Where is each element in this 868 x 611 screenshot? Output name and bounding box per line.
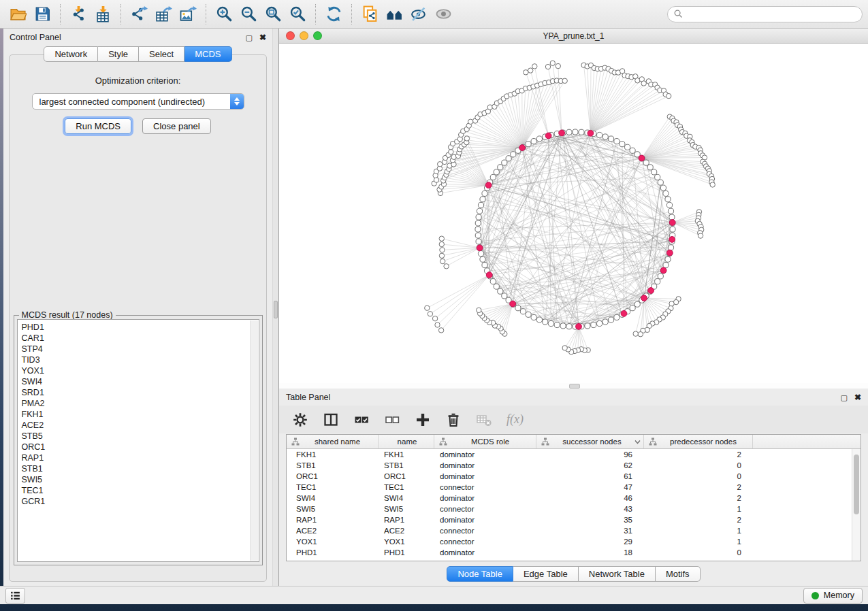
graph-node[interactable] xyxy=(560,323,566,329)
graph-node[interactable] xyxy=(643,160,649,165)
graph-node[interactable] xyxy=(482,263,487,268)
graph-node[interactable] xyxy=(614,314,620,320)
table-cell[interactable]: dominator xyxy=(434,548,536,557)
table-row[interactable]: SWI4SWI4dominator462 xyxy=(287,493,861,503)
graph-node[interactable] xyxy=(620,142,625,147)
settings-gear-icon[interactable] xyxy=(292,412,308,428)
export-image-icon[interactable] xyxy=(176,3,200,26)
graph-node[interactable] xyxy=(531,139,536,144)
table-cell[interactable]: 43 xyxy=(536,505,644,513)
table-cell[interactable]: dominator xyxy=(434,472,536,480)
graph-leaf-node[interactable] xyxy=(556,63,560,68)
table-cell[interactable]: connector xyxy=(434,527,536,535)
tab-motifs[interactable]: Motifs xyxy=(656,566,701,582)
graph-leaf-node[interactable] xyxy=(444,264,449,269)
table-cell[interactable]: SWI5 xyxy=(379,505,434,513)
result-list-item[interactable]: PMA2 xyxy=(22,398,259,409)
table-cell[interactable]: 2 xyxy=(644,516,753,524)
graph-node[interactable] xyxy=(602,134,608,139)
graph-hub-node[interactable] xyxy=(576,324,582,330)
table-cell[interactable]: 35 xyxy=(536,516,644,524)
graph-node[interactable] xyxy=(543,319,548,325)
table-cell[interactable]: 18 xyxy=(536,548,644,557)
graph-node[interactable] xyxy=(506,156,511,161)
graph-leaf-node[interactable] xyxy=(434,178,438,182)
graph-hub-node[interactable] xyxy=(588,130,594,136)
tab-edge-table[interactable]: Edge Table xyxy=(513,566,579,582)
tab-network[interactable]: Network xyxy=(44,46,98,62)
table-cell[interactable]: 31 xyxy=(536,527,644,535)
graph-leaf-node[interactable] xyxy=(435,323,440,327)
table-cell[interactable]: dominator xyxy=(434,461,536,469)
table-cell[interactable]: 0 xyxy=(644,472,753,480)
table-cell[interactable]: connector xyxy=(434,538,536,546)
graph-leaf-node[interactable] xyxy=(464,136,469,141)
save-session-icon[interactable] xyxy=(30,3,54,26)
graph-node[interactable] xyxy=(515,306,521,311)
table-cell[interactable]: FKH1 xyxy=(379,450,434,459)
table-cell[interactable]: 1 xyxy=(644,538,753,546)
scrollbar-thumb[interactable] xyxy=(854,455,859,514)
graph-leaf-node[interactable] xyxy=(562,346,567,350)
split-columns-icon[interactable] xyxy=(323,412,339,428)
table-cell[interactable]: ORC1 xyxy=(287,472,379,480)
graph-node[interactable] xyxy=(476,214,481,220)
graph-node[interactable] xyxy=(625,144,630,150)
graph-node[interactable] xyxy=(480,197,485,202)
export-network-icon[interactable] xyxy=(127,3,151,26)
table-row[interactable]: RAP1RAP1dominator352 xyxy=(287,514,861,525)
deselect-all-rows-icon[interactable] xyxy=(384,412,400,428)
table-cell[interactable]: 2 xyxy=(644,494,753,502)
graph-node[interactable] xyxy=(475,233,481,238)
graph-node[interactable] xyxy=(647,165,653,170)
graph-leaf-node[interactable] xyxy=(439,236,444,241)
table-cell[interactable]: 2 xyxy=(644,483,753,491)
table-row[interactable]: STB1STB1dominator620 xyxy=(287,460,861,471)
graph-node[interactable] xyxy=(669,214,675,220)
memory-button[interactable]: Memory xyxy=(803,588,863,604)
graph-hub-node[interactable] xyxy=(621,310,627,316)
table-cell[interactable]: 2 xyxy=(644,450,753,459)
graph-node[interactable] xyxy=(482,191,487,196)
horizontal-splitter[interactable] xyxy=(279,383,868,389)
graph-node[interactable] xyxy=(476,239,481,244)
column-header-name[interactable]: name xyxy=(379,435,434,448)
table-row[interactable]: ORC1ORC1dominator610 xyxy=(287,471,861,482)
export-table-icon[interactable] xyxy=(151,3,176,26)
graph-node[interactable] xyxy=(502,293,507,299)
close-panel-icon[interactable]: ✖ xyxy=(259,33,266,42)
graph-node[interactable] xyxy=(665,257,671,262)
graph-node[interactable] xyxy=(548,320,553,326)
graph-node[interactable] xyxy=(658,274,663,279)
vertical-splitter[interactable] xyxy=(272,29,279,586)
graph-node[interactable] xyxy=(536,317,542,323)
graph-hub-node[interactable] xyxy=(545,133,551,139)
table-cell[interactable]: 47 xyxy=(536,483,644,491)
import-network-icon[interactable] xyxy=(66,3,91,26)
graph-hub-node[interactable] xyxy=(485,182,492,188)
float-window-icon[interactable]: ▢ xyxy=(841,393,848,401)
tab-select[interactable]: Select xyxy=(139,46,184,62)
table-scrollbar[interactable] xyxy=(852,449,861,561)
table-cell[interactable]: STB1 xyxy=(379,461,434,469)
select-all-rows-icon[interactable] xyxy=(353,412,370,428)
graph-node[interactable] xyxy=(511,152,516,157)
network-canvas[interactable] xyxy=(279,44,868,383)
table-cell[interactable]: 1 xyxy=(644,505,753,513)
table-cell[interactable]: dominator xyxy=(434,494,536,502)
graph-leaf-node[interactable] xyxy=(710,182,715,187)
graph-leaf-node[interactable] xyxy=(532,64,537,69)
tab-network-table[interactable]: Network Table xyxy=(579,566,656,582)
zoom-window-icon[interactable] xyxy=(313,31,322,40)
import-table-icon[interactable] xyxy=(91,3,115,26)
table-cell[interactable]: TEC1 xyxy=(287,483,379,491)
graph-node[interactable] xyxy=(663,263,669,268)
zoom-in-icon[interactable] xyxy=(212,3,236,26)
graph-node[interactable] xyxy=(663,191,669,196)
search-input[interactable] xyxy=(687,9,856,20)
graph-node[interactable] xyxy=(614,139,620,144)
result-list-item[interactable]: TID3 xyxy=(22,354,259,365)
table-cell[interactable]: 46 xyxy=(536,494,644,502)
graph-node[interactable] xyxy=(477,208,482,214)
graph-leaf-node[interactable] xyxy=(528,68,533,73)
